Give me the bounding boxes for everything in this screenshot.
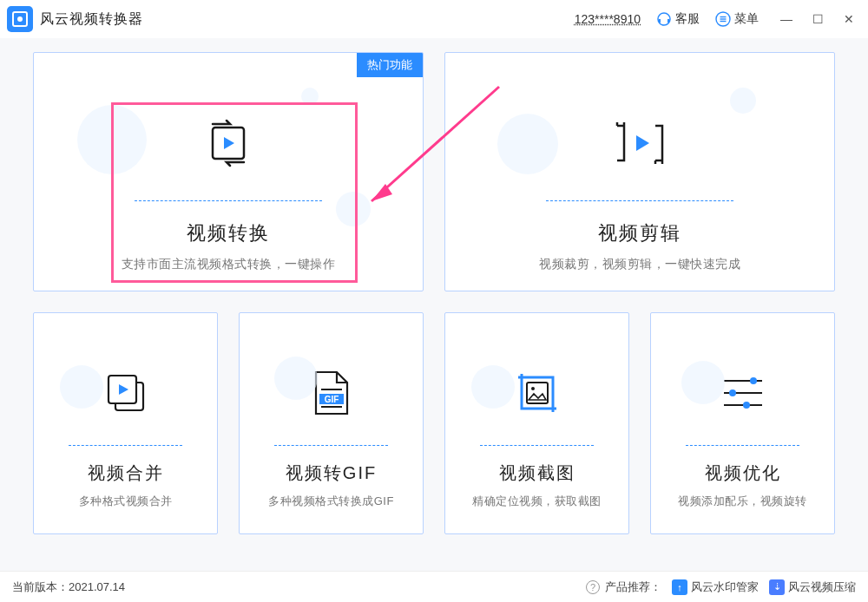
screenshot-icon <box>513 365 562 421</box>
divider <box>480 445 594 446</box>
card-desc: 精确定位视频，获取截图 <box>464 494 610 509</box>
card-desc: 多种格式视频合并 <box>70 494 181 509</box>
product-badge-icon: ↑ <box>672 579 687 595</box>
divider <box>686 445 799 446</box>
recommend-label: 产品推荐： <box>605 579 661 595</box>
svg-marker-7 <box>636 135 649 151</box>
menu-icon <box>715 11 731 27</box>
svg-point-16 <box>531 387 535 390</box>
main-content: 热门功能 视频转换 支持市面主流视频格式转换，一键操作 <box>0 38 868 571</box>
window-controls: — ☐ ✕ <box>779 12 856 26</box>
card-video-gif[interactable]: GIF 视频转GIF 多种视频格式转换成GIF <box>239 312 424 534</box>
card-title: 视频剪辑 <box>598 220 681 246</box>
card-video-edit[interactable]: 视频剪辑 视频裁剪，视频剪辑，一键快速完成 <box>444 52 835 291</box>
menu-label: 菜单 <box>734 11 759 27</box>
divider <box>69 445 182 446</box>
svg-text:GIF: GIF <box>324 395 339 404</box>
version-label: 当前版本： <box>12 579 69 595</box>
card-video-optimize[interactable]: 视频优化 视频添加配乐，视频旋转 <box>650 312 835 534</box>
product2-label: 风云视频压缩 <box>788 579 856 595</box>
card-desc: 支持市面主流视频格式转换，一键操作 <box>113 257 345 272</box>
product-compress[interactable]: ⇣ 风云视频压缩 <box>769 579 856 595</box>
divider <box>546 200 733 201</box>
support-label: 客服 <box>675 11 700 27</box>
card-title: 视频转GIF <box>286 461 377 485</box>
app-title: 风云视频转换器 <box>40 10 143 29</box>
minimize-button[interactable]: — <box>779 12 793 26</box>
svg-marker-6 <box>224 137 234 149</box>
card-desc: 多种视频格式转换成GIF <box>260 494 403 509</box>
gif-icon: GIF <box>311 365 352 421</box>
card-desc: 视频裁剪，视频剪辑，一键快速完成 <box>530 257 749 272</box>
headset-icon <box>656 11 672 27</box>
footer: 当前版本： 2021.07.14 ? 产品推荐： ↑ 风云水印管家 ⇣ 风云视频… <box>0 571 868 602</box>
product-watermark[interactable]: ↑ 风云水印管家 <box>672 579 759 595</box>
card-title: 视频转换 <box>187 220 270 246</box>
row-bottom: 视频合并 多种格式视频合并 GIF 视频转GIF 多种视频格式转换成GIF <box>33 312 835 534</box>
card-title: 视频优化 <box>705 461 781 485</box>
titlebar: 风云视频转换器 123****8910 客服 菜单 — ☐ ✕ <box>0 0 868 38</box>
convert-icon <box>201 115 256 171</box>
edit-icon <box>608 115 671 171</box>
row-top: 热门功能 视频转换 支持市面主流视频格式转换，一键操作 <box>33 52 835 291</box>
optimize-icon <box>719 365 767 421</box>
card-video-screenshot[interactable]: 视频截图 精确定位视频，获取截图 <box>444 312 629 534</box>
card-video-merge[interactable]: 视频合并 多种格式视频合并 <box>33 312 218 534</box>
menu-button[interactable]: 菜单 <box>715 11 759 27</box>
card-desc: 视频添加配乐，视频旋转 <box>669 494 816 509</box>
help-icon[interactable]: ? <box>586 580 600 594</box>
close-button[interactable]: ✕ <box>842 12 856 26</box>
divider <box>135 200 321 201</box>
header-right: 123****8910 客服 菜单 — ☐ ✕ <box>575 11 856 27</box>
svg-point-22 <box>743 402 750 409</box>
version-text: 2021.07.14 <box>69 580 125 593</box>
card-video-convert[interactable]: 热门功能 视频转换 支持市面主流视频格式转换，一键操作 <box>33 52 424 291</box>
product-badge-icon: ⇣ <box>769 579 785 595</box>
merge-icon <box>102 365 150 421</box>
maximize-button[interactable]: ☐ <box>811 12 825 26</box>
app-logo <box>7 6 33 32</box>
svg-point-21 <box>729 389 736 396</box>
support-button[interactable]: 客服 <box>656 11 700 27</box>
footer-right: ? 产品推荐： ↑ 风云水印管家 ⇣ 风云视频压缩 <box>586 579 856 595</box>
hot-badge: 热门功能 <box>357 53 423 77</box>
product1-label: 风云水印管家 <box>691 579 759 595</box>
card-title: 视频合并 <box>88 461 164 485</box>
user-id[interactable]: 123****8910 <box>575 12 641 26</box>
svg-point-20 <box>750 377 757 384</box>
divider <box>274 445 388 446</box>
card-title: 视频截图 <box>499 461 575 485</box>
